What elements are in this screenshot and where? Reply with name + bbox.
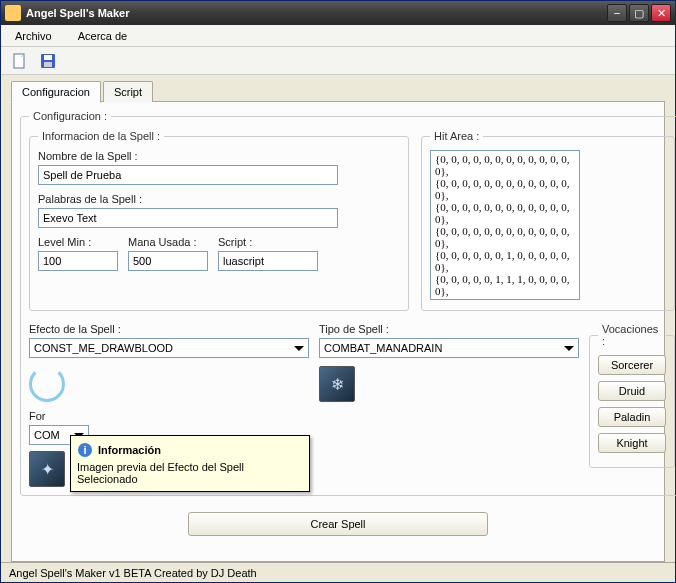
config-legend: Configuracion :: [29, 110, 111, 122]
formula-label-truncated: For: [29, 410, 89, 422]
effect-label: Efecto de la Spell :: [29, 323, 309, 335]
footer-buttons: Crear Spell: [20, 502, 656, 546]
tab-strip: Configuracion Script: [11, 81, 665, 102]
tooltip-body: Imagen previa del Efecto del Spell Selec…: [77, 461, 303, 485]
info-tooltip: i Información Imagen previa del Efecto d…: [70, 435, 310, 492]
menu-file[interactable]: Archivo: [11, 28, 56, 44]
menu-about[interactable]: Acerca de: [74, 28, 132, 44]
script-label: Script :: [218, 236, 318, 248]
type-label: Tipo de Spell :: [319, 323, 579, 335]
manaused-input[interactable]: [128, 251, 208, 271]
vocation-druid-button[interactable]: Druid: [598, 381, 666, 401]
statusbar: Angel Spell's Maker v1 BETA Created by D…: [1, 562, 675, 582]
tooltip-title: Información: [98, 444, 161, 456]
hitarea-textarea[interactable]: [430, 150, 580, 300]
svg-text:i: i: [83, 444, 86, 456]
vocation-paladin-button[interactable]: Paladin: [598, 407, 666, 427]
spellwords-input[interactable]: [38, 208, 338, 228]
vocation-knight-button[interactable]: Knight: [598, 433, 666, 453]
app-icon: [5, 5, 21, 21]
window-title: Angel Spell's Maker: [26, 7, 607, 19]
spellwords-label: Palabras de la Spell :: [38, 193, 400, 205]
hitarea-legend: Hit Area :: [430, 130, 483, 142]
minimize-button[interactable]: −: [607, 4, 627, 22]
vocations-group: Vocaciones : Sorcerer Druid Paladin Knig…: [589, 323, 675, 468]
effect-preview-icon: ✦: [29, 451, 65, 487]
spellinfo-legend: Informacion de la Spell :: [38, 130, 164, 142]
levelmin-label: Level Min :: [38, 236, 118, 248]
effect-select[interactable]: CONST_ME_DRAWBLOOD: [29, 338, 309, 358]
spellinfo-group: Informacion de la Spell : Nombre de la S…: [29, 130, 409, 311]
type-preview-icon: ❄: [319, 366, 355, 402]
vocations-legend: Vocaciones :: [598, 323, 666, 347]
close-button[interactable]: ✕: [651, 4, 671, 22]
type-select[interactable]: COMBAT_MANADRAIN: [319, 338, 579, 358]
main-window: Angel Spell's Maker − ▢ ✕ Archivo Acerca…: [0, 0, 676, 583]
svg-rect-2: [44, 55, 52, 60]
save-icon[interactable]: [39, 52, 57, 70]
script-input[interactable]: [218, 251, 318, 271]
spellname-label: Nombre de la Spell :: [38, 150, 400, 162]
vocation-sorcerer-button[interactable]: Sorcerer: [598, 355, 666, 375]
toolbar: [1, 47, 675, 75]
tab-script[interactable]: Script: [103, 81, 153, 102]
maximize-button[interactable]: ▢: [629, 4, 649, 22]
status-text: Angel Spell's Maker v1 BETA Created by D…: [9, 567, 257, 579]
info-icon: i: [77, 442, 93, 458]
loading-spinner-icon: [29, 366, 65, 402]
menubar: Archivo Acerca de: [1, 25, 675, 47]
new-file-icon[interactable]: [11, 52, 29, 70]
titlebar: Angel Spell's Maker − ▢ ✕: [1, 1, 675, 25]
create-spell-button[interactable]: Crear Spell: [188, 512, 488, 536]
spellname-input[interactable]: [38, 165, 338, 185]
manaused-label: Mana Usada :: [128, 236, 208, 248]
config-panel: Configuracion : Informacion de la Spell …: [11, 101, 665, 562]
hitarea-group: Hit Area :: [421, 130, 675, 311]
tab-configuracion[interactable]: Configuracion: [11, 81, 101, 103]
svg-rect-3: [44, 62, 52, 67]
window-controls: − ▢ ✕: [607, 4, 671, 22]
levelmin-input[interactable]: [38, 251, 118, 271]
